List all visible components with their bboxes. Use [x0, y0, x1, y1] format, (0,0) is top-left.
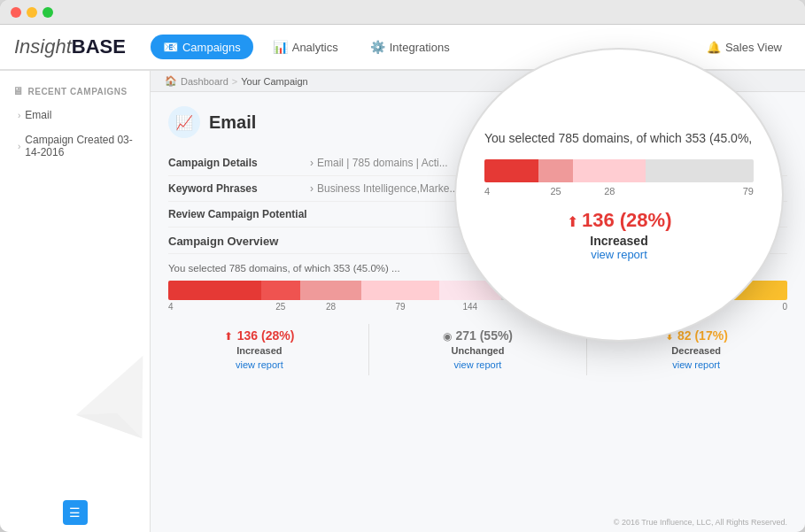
keyword-phrases-label: Keyword Phrases: [168, 182, 310, 195]
footer-text: © 2016 True Influence, LLC, All Rights R…: [614, 518, 787, 527]
bar-label-1: 4: [168, 302, 261, 312]
mag-label-1: 4: [484, 186, 538, 197]
unchanged-report-link[interactable]: view report: [454, 359, 502, 370]
breadcrumb-home-label: Dashboard: [181, 76, 228, 87]
magnifier-stat-link[interactable]: view report: [484, 248, 754, 261]
unchanged-label: Unchanged: [392, 345, 564, 356]
mag-bar-seg-4: [646, 159, 754, 182]
tab-integrations[interactable]: ⚙️ Integrations: [358, 35, 462, 59]
magnifier-overlay: You selected 785 domains, of which 353 (…: [460, 53, 778, 336]
sales-view-label: Sales View: [725, 41, 782, 54]
breadcrumb-current-label: Your Campaign: [241, 76, 307, 87]
bar-segment-2: [261, 281, 300, 300]
app-window: InsightBASE 📧 Campaigns 📊 Analytics ⚙️ I…: [0, 0, 805, 532]
magnifier-stat-block: ⬆ 136 (28%) Increased view report: [484, 209, 754, 261]
mag-bar-seg-2: [538, 159, 574, 182]
tab-analytics[interactable]: 📊 Analytics: [260, 35, 351, 59]
top-nav: InsightBASE 📧 Campaigns 📊 Analytics ⚙️ I…: [0, 25, 805, 71]
bar-segment-4: [361, 281, 438, 300]
review-potential-label: Review Campaign Potential: [168, 208, 310, 220]
increased-number: 136 (28%): [237, 328, 295, 343]
mag-up-icon: ⬆: [567, 214, 578, 229]
sidebar-item-campaign[interactable]: › Campaign Created 03-14-2016: [0, 127, 150, 165]
close-btn[interactable]: [11, 7, 21, 18]
sidebar-header-label: RECENT CAMPAIGNS: [28, 87, 128, 96]
mag-label-4: 79: [646, 186, 754, 197]
footer: © 2016 True Influence, LLC, All Rights R…: [151, 514, 805, 532]
campaign-details-label: Campaign Details: [168, 157, 310, 169]
email-section-icon: 📈: [168, 106, 200, 138]
analytics-icon: 📊: [273, 40, 288, 54]
title-bar: [0, 0, 805, 25]
magnifier-description: You selected 785 domains, of which 353 (…: [484, 130, 754, 148]
bar-segment-3: [300, 281, 362, 300]
stat-unchanged-number: ◉ 271 (55%): [392, 328, 564, 343]
unchanged-number: 271 (55%): [455, 328, 513, 343]
mag-label-2: 25: [538, 186, 574, 197]
down-icon: ⬇: [665, 330, 674, 343]
bar-label-2: 25: [261, 302, 300, 312]
sidebar-action-btn[interactable]: ☰: [63, 500, 88, 525]
magnifier-bar-labels: 4 25 28 79: [484, 186, 754, 197]
increased-label: Increased: [174, 345, 345, 356]
bar-segment-5: [439, 281, 501, 300]
bar-segment-1: [168, 281, 261, 300]
details-arrow: ›: [310, 157, 313, 169]
campaign-details-value: Email | 785 domains | Acti...: [317, 157, 448, 169]
bar-label-5: 144: [439, 302, 501, 312]
up-icon: ⬆: [224, 330, 233, 343]
tab-campaigns-label: Campaigns: [182, 41, 241, 54]
bell-icon: 🔔: [707, 41, 721, 54]
svg-marker-0: [66, 356, 163, 453]
sidebar-item-email[interactable]: › Email: [0, 103, 150, 127]
logo-insight: Insight: [14, 35, 72, 58]
sidebar-campaign-label: Campaign Created 03-14-2016: [25, 134, 137, 158]
sidebar-header: 🖥 RECENT CAMPAIGNS: [0, 80, 150, 103]
keyword-arrow: ›: [310, 182, 313, 195]
bar-label-4: 79: [361, 302, 438, 312]
decreased-number: 82 (17%): [677, 328, 728, 343]
list-icon: ☰: [69, 505, 81, 520]
mag-bar-seg-3: [573, 159, 646, 182]
breadcrumb-home-icon: 🏠: [165, 75, 177, 87]
stat-increased: ⬆ 136 (28%) Increased view report: [168, 320, 351, 379]
bar-label-3: 28: [300, 302, 362, 312]
sales-view-nav[interactable]: 🔔 Sales View: [698, 35, 791, 59]
magnifier-stat-label: Increased: [484, 234, 754, 248]
logo-base: BASE: [72, 35, 126, 58]
bar-label-10: 0: [725, 302, 787, 312]
stat-unchanged: ◉ 271 (55%) Unchanged view report: [387, 320, 569, 379]
neutral-icon: ◉: [443, 330, 452, 343]
keyword-phrases-value: Business Intelligence,Marke...: [317, 182, 458, 195]
logo: InsightBASE: [14, 35, 126, 58]
magnifier-bar-row: [484, 159, 754, 182]
tab-analytics-label: Analytics: [292, 41, 338, 54]
sidebar: 🖥 RECENT CAMPAIGNS › Email › Campaign Cr…: [0, 71, 151, 532]
maximize-btn[interactable]: [43, 7, 53, 18]
stats-row: ⬆ 136 (28%) Increased view report ◉ 271 …: [168, 320, 787, 379]
decreased-label: Decreased: [610, 345, 782, 356]
tab-campaigns[interactable]: 📧 Campaigns: [151, 35, 253, 59]
mag-bar-seg-1: [484, 159, 538, 182]
breadcrumb-sep: >: [232, 76, 237, 87]
section-title: Email: [209, 112, 256, 133]
sidebar-email-label: Email: [25, 109, 51, 121]
decreased-report-link[interactable]: view report: [672, 359, 720, 370]
arrow-icon-campaign: ›: [18, 142, 20, 151]
tab-integrations-label: Integrations: [390, 41, 450, 54]
increased-report-link[interactable]: view report: [236, 359, 283, 370]
magnifier-stat-number: 136 (28%): [582, 209, 672, 231]
monitor-icon: 🖥: [12, 85, 24, 97]
minimize-btn[interactable]: [27, 7, 37, 18]
mag-label-3: 28: [573, 186, 646, 197]
stat-increased-number: ⬆ 136 (28%): [174, 328, 345, 343]
integrations-icon: ⚙️: [370, 40, 385, 54]
campaigns-icon: 📧: [163, 40, 178, 54]
trend-icon: 📈: [175, 114, 193, 131]
stat-divider-1: [368, 324, 369, 375]
arrow-icon-email: ›: [18, 111, 20, 120]
magnifier-stat-number-row: ⬆ 136 (28%): [484, 209, 754, 232]
